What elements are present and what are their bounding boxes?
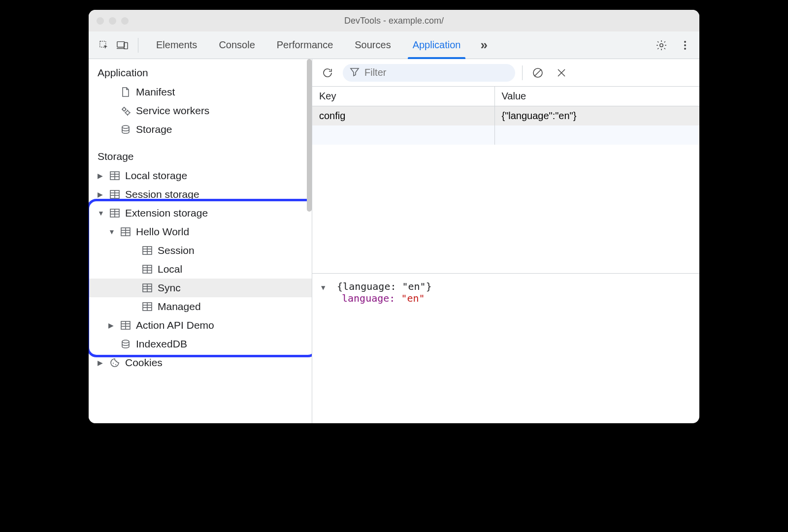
table-icon <box>109 209 120 218</box>
section-application-title: Application <box>89 64 312 83</box>
sidebar-item-label: Session storage <box>125 188 199 200</box>
main-toolbar: Elements Console Performance Sources App… <box>89 31 699 59</box>
filter-icon <box>350 67 360 79</box>
sidebar-item-storage[interactable]: Storage <box>89 120 312 139</box>
cell-key[interactable]: config <box>312 106 494 126</box>
table-row[interactable]: config {"language":"en"} <box>312 106 699 126</box>
scrollbar-thumb[interactable] <box>307 59 312 212</box>
svg-point-47 <box>122 340 129 343</box>
chevron-right-icon: ▶ <box>98 359 104 367</box>
application-sidebar: Application Manifest Service workers Sto… <box>89 59 312 423</box>
refresh-icon[interactable] <box>319 64 336 81</box>
col-header-key[interactable]: Key <box>312 87 494 106</box>
sidebar-item-local-storage[interactable]: ▶ Local storage <box>89 166 312 185</box>
table-icon <box>109 190 120 199</box>
storage-table[interactable]: Key Value config {"language":"en"} <box>312 87 699 274</box>
close-dot-icon[interactable] <box>97 17 104 25</box>
panel-tabs: Elements Console Performance Sources App… <box>145 31 471 59</box>
table-icon <box>142 265 153 274</box>
cookie-icon <box>109 358 120 368</box>
col-header-value[interactable]: Value <box>494 87 699 106</box>
sidebar-item-extension-storage[interactable]: ▼ Extension storage <box>89 204 312 222</box>
file-icon <box>120 87 131 97</box>
sidebar-item-label: Local storage <box>125 170 187 182</box>
sidebar-item-session-storage[interactable]: ▶ Session storage <box>89 185 312 204</box>
svg-point-9 <box>126 111 130 115</box>
zoom-dot-icon[interactable] <box>121 17 129 25</box>
inspect-element-icon[interactable] <box>96 37 112 54</box>
svg-point-7 <box>684 48 686 50</box>
chevron-down-icon: ▼ <box>98 209 104 217</box>
gears-icon <box>120 106 131 116</box>
filter-toolbar <box>312 59 699 87</box>
chevron-down-icon: ▼ <box>108 228 115 236</box>
preview-key: language: <box>342 292 395 304</box>
storage-viewer: Key Value config {"language":"en"} <box>312 59 699 423</box>
svg-rect-1 <box>117 41 125 47</box>
sidebar-item-ext-area-sync[interactable]: Sync <box>89 279 312 297</box>
sidebar-item-ext-area-local[interactable]: Local <box>89 260 312 279</box>
database-icon <box>120 125 131 134</box>
filter-field[interactable] <box>343 64 515 82</box>
svg-point-5 <box>684 41 686 43</box>
table-icon <box>109 171 120 180</box>
sidebar-item-ext-area-managed[interactable]: Managed <box>89 297 312 316</box>
devtools-window: DevTools - example.com/ Elements Console… <box>89 10 699 423</box>
table-row-empty[interactable] <box>312 125 699 145</box>
sidebar-item-label: Manifest <box>136 86 175 98</box>
sidebar-item-label: Session <box>158 245 195 256</box>
minimize-dot-icon[interactable] <box>109 17 116 25</box>
tabs-overflow-icon[interactable]: » <box>476 37 491 53</box>
table-icon <box>142 246 153 255</box>
svg-point-6 <box>684 44 686 46</box>
database-icon <box>120 339 131 349</box>
sidebar-item-label: Hello World <box>136 226 189 238</box>
delete-selected-icon[interactable] <box>553 64 570 81</box>
svg-point-8 <box>123 108 126 111</box>
sidebar-item-label: IndexedDB <box>136 338 187 350</box>
table-icon <box>120 321 131 330</box>
chevron-right-icon: ▶ <box>98 190 104 198</box>
table-icon <box>142 302 153 311</box>
table-icon <box>142 283 153 292</box>
svg-point-48 <box>113 363 114 364</box>
sidebar-item-ext-hello-world[interactable]: ▼ Hello World <box>89 222 312 241</box>
section-storage-title: Storage <box>89 148 312 166</box>
sidebar-item-label: Service workers <box>136 105 209 117</box>
toolbar-separator <box>522 65 523 80</box>
sidebar-item-cookies[interactable]: ▶ Cookies <box>89 353 312 372</box>
sidebar-item-label: Local <box>158 263 182 275</box>
sidebar-item-ext-area-session[interactable]: Session <box>89 241 312 260</box>
clear-all-icon[interactable] <box>529 64 546 81</box>
value-preview: ▼ {language: "en"} language: "en" <box>312 274 699 423</box>
tab-console[interactable]: Console <box>208 31 265 59</box>
cell-value[interactable]: {"language":"en"} <box>494 106 699 126</box>
sidebar-item-manifest[interactable]: Manifest <box>89 83 312 101</box>
sidebar-item-label: Cookies <box>125 357 163 369</box>
sidebar-item-label: Managed <box>158 301 201 313</box>
chevron-right-icon: ▶ <box>98 172 104 180</box>
chevron-down-icon: ▼ <box>321 283 329 291</box>
sidebar-item-ext-action-api-demo[interactable]: ▶ Action API Demo <box>89 316 312 335</box>
sidebar-item-indexeddb[interactable]: IndexedDB <box>89 335 312 353</box>
filter-input[interactable] <box>364 67 505 78</box>
settings-gear-icon[interactable] <box>654 37 669 54</box>
chevron-right-icon: ▶ <box>108 321 115 329</box>
panel-content: Application Manifest Service workers Sto… <box>89 59 699 423</box>
tab-performance[interactable]: Performance <box>266 31 344 59</box>
tab-elements[interactable]: Elements <box>145 31 208 59</box>
window-controls[interactable] <box>97 17 129 25</box>
sidebar-item-label: Action API Demo <box>136 319 214 331</box>
tab-application[interactable]: Application <box>402 31 472 59</box>
svg-point-4 <box>660 43 663 46</box>
kebab-menu-icon[interactable] <box>678 37 692 54</box>
sidebar-item-label: Sync <box>158 282 181 294</box>
device-toolbar-icon[interactable] <box>114 37 131 54</box>
preview-property-row[interactable]: language: "en" <box>321 292 690 304</box>
preview-summary-row[interactable]: ▼ {language: "en"} <box>321 281 690 292</box>
sidebar-item-service-workers[interactable]: Service workers <box>89 101 312 120</box>
sidebar-item-label: Extension storage <box>125 207 208 219</box>
tab-sources[interactable]: Sources <box>344 31 401 59</box>
svg-line-51 <box>534 69 541 76</box>
svg-point-10 <box>122 125 129 128</box>
